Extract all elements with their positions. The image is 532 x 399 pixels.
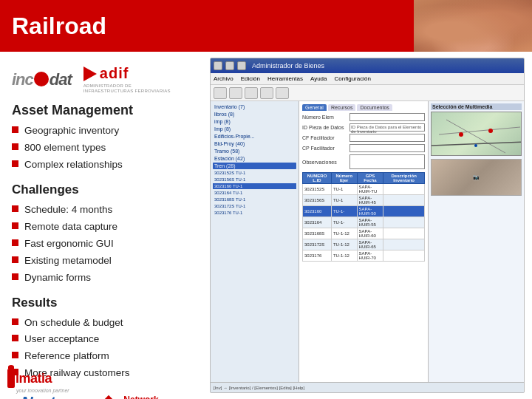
challenges-list: Schedule: 4 months Remote data capture F… bbox=[12, 203, 195, 284]
form-row-obs: Observaciones bbox=[302, 154, 425, 169]
network-rail-logo: Network Rail bbox=[92, 392, 164, 399]
list-item: Reference platform bbox=[12, 349, 195, 364]
statusbar-text: [Inv] → [Inventario] / [Elementos] [Edit… bbox=[214, 386, 304, 390]
form-label-cp: CP Facilitador bbox=[302, 146, 347, 151]
table-row[interactable]: 3023172STU-1-12SAPA-HUIR-65 bbox=[303, 239, 425, 250]
list-item: On schedule & budget bbox=[12, 316, 195, 330]
menu-herramientas[interactable]: Herramientas bbox=[267, 75, 303, 82]
adif-subtitle: ADMINISTRADOR DE INFRAESTRUCTURAS FERROV… bbox=[83, 83, 171, 94]
menu-configuracion[interactable]: Configuración bbox=[335, 75, 371, 82]
toolbar-btn-3[interactable] bbox=[245, 87, 258, 99]
bullet-icon bbox=[12, 352, 18, 358]
list-item: Fast ergonomic GUI bbox=[12, 237, 195, 251]
win-statusbar: [Inv] → [Inventario] / [Elementos] [Edit… bbox=[211, 382, 524, 392]
table-row selected-row[interactable]: 3023160TU-1-SAPA-HUIR-50 bbox=[303, 206, 425, 217]
incodat-o bbox=[34, 72, 49, 86]
page-title: Railroad bbox=[12, 13, 106, 40]
adif-logo: adif ADMINISTRADOR DE INFRAESTRUCTURAS F… bbox=[83, 65, 171, 94]
form-input-cf[interactable] bbox=[349, 134, 425, 142]
table-row[interactable]: 3023164TU-1-SAPA-HUIR-55 bbox=[303, 217, 425, 228]
list-item: Complex relationships bbox=[12, 158, 195, 172]
form-input-obs[interactable] bbox=[349, 154, 425, 169]
screenshot-container: Administrador de Bienes Archivo Edición … bbox=[210, 58, 525, 393]
list-item: Geographic inventory bbox=[12, 124, 195, 138]
form-row-cf: CF Facilitador bbox=[302, 134, 425, 142]
toolbar-btn-1[interactable] bbox=[214, 87, 227, 99]
sidebar-item-estacion[interactable]: Estación (42) bbox=[213, 155, 296, 162]
bullet-icon bbox=[12, 239, 18, 246]
form-label-numero: Número Elem bbox=[302, 115, 347, 120]
svg-point-3 bbox=[459, 132, 463, 137]
nr-diamond-1 bbox=[104, 395, 114, 399]
map-lines bbox=[432, 112, 521, 155]
incodat-logo: incdat bbox=[12, 66, 72, 94]
asset-management-list: Geographic inventory 800 element types C… bbox=[12, 124, 195, 172]
list-item: User acceptance bbox=[12, 332, 195, 347]
form-input-id[interactable]: ID Pieza de Datos para el Elemento de In… bbox=[349, 123, 425, 132]
list-item: Dynamic forms bbox=[12, 271, 195, 285]
sidebar-item-extra7[interactable]: 3023176 TU-1 bbox=[213, 210, 296, 216]
sidebar-item-lib[interactable]: libros (8) bbox=[213, 111, 296, 117]
form-label-id: ID Pieza de Datos bbox=[302, 125, 347, 130]
toolbar-btn-2[interactable] bbox=[229, 87, 242, 99]
form-input-numero[interactable] bbox=[349, 113, 425, 121]
win-right-panel: Selección de Multimedia bbox=[428, 101, 524, 382]
svg-line-0 bbox=[439, 127, 520, 134]
win-menubar: Archivo Edición Herramientas Ayuda Confi… bbox=[211, 73, 524, 85]
sidebar-item-tramo[interactable]: Tramo (58) bbox=[213, 148, 296, 154]
win-min-btn[interactable] bbox=[225, 61, 234, 70]
sidebar-item-inv[interactable]: Inventario (7) bbox=[213, 103, 296, 110]
bullet-icon bbox=[12, 256, 18, 263]
sidebar-item-imp1[interactable]: imp (8) bbox=[213, 118, 296, 125]
tab-recursos[interactable]: Recursos bbox=[328, 104, 356, 111]
bullet-icon bbox=[12, 126, 18, 133]
svg-line-1 bbox=[446, 120, 505, 153]
imatia-tagline: your innovation partner bbox=[16, 388, 69, 393]
table-row[interactable]: 3023168STU-1-12SAPA-HUIR-60 bbox=[303, 228, 425, 239]
bullet-icon bbox=[12, 222, 18, 229]
win-title: Administrador de Bienes bbox=[252, 62, 521, 69]
win-close-btn[interactable] bbox=[214, 61, 222, 70]
sidebar-item-extra5[interactable]: 3023168S TU-1 bbox=[213, 197, 296, 202]
list-item: Existing metamodel bbox=[12, 254, 195, 268]
menu-archivo[interactable]: Archivo bbox=[214, 75, 233, 82]
tab-general[interactable]: General bbox=[302, 104, 327, 111]
menu-edicion[interactable]: Edición bbox=[241, 75, 260, 82]
bullet-icon bbox=[12, 273, 18, 280]
table-row[interactable]: 3023156STU-1SAPA-HUIR-45 bbox=[303, 195, 425, 206]
adif-arrow-icon bbox=[83, 66, 97, 81]
asset-management-title: Asset Management bbox=[12, 103, 195, 118]
sidebar-item-extra3[interactable]: 3023160 TU-1 bbox=[213, 183, 296, 189]
sidebar-item-bld[interactable]: Bld-Proy (40) bbox=[213, 140, 296, 147]
bullet-icon bbox=[12, 143, 18, 150]
sidebar-item-tren[interactable]: Tren (28) bbox=[213, 163, 296, 169]
right-panel: Administrador de Bienes Archivo Edición … bbox=[207, 52, 532, 399]
form-row-id: ID Pieza de Datos ID Pieza de Datos para… bbox=[302, 123, 425, 132]
form-label-cf: CF Facilitador bbox=[302, 135, 347, 140]
toolbar-btn-5[interactable] bbox=[276, 87, 289, 99]
bullet-icon bbox=[12, 205, 18, 212]
sidebar-item-extra4[interactable]: 3023164 TU-1 bbox=[213, 190, 296, 196]
svg-point-5 bbox=[474, 144, 477, 147]
sidebar-item-extra6[interactable]: 3023172S TU-1 bbox=[213, 203, 296, 209]
col-header-desc: Descripción Inventario bbox=[383, 173, 425, 184]
bullet-icon bbox=[12, 160, 18, 167]
sidebar-item-extra2[interactable]: 3023156S TU-1 bbox=[213, 177, 296, 183]
menu-ayuda[interactable]: Ayuda bbox=[310, 75, 327, 82]
list-item: Remote data capture bbox=[12, 220, 195, 234]
sidebar-item-extra1[interactable]: 3023152S TU-1 bbox=[213, 170, 296, 176]
win-photo: 📷 bbox=[431, 159, 522, 196]
form-row-cp: CP Facilitador bbox=[302, 144, 425, 152]
form-label-obs: Observaciones bbox=[302, 160, 347, 165]
table-row[interactable]: 3023176TU-1-12SAPA-HUIR-70 bbox=[303, 250, 425, 262]
form-input-cp[interactable] bbox=[349, 144, 425, 152]
sidebar-item-edif[interactable]: Edificios-Propie... bbox=[213, 133, 296, 140]
tab-documentos[interactable]: Documentos bbox=[357, 104, 392, 111]
toolbar-btn-4[interactable] bbox=[260, 87, 273, 99]
adif-text: adif bbox=[100, 65, 129, 82]
sidebar-item-imp2[interactable]: Imp (8) bbox=[213, 126, 296, 132]
win-map bbox=[431, 112, 522, 156]
win-max-btn[interactable] bbox=[237, 61, 246, 70]
table-row[interactable]: 3023152STU-1SAPA-HUIR-TU bbox=[303, 184, 425, 195]
col-header-gps: GPS Fecha bbox=[357, 173, 383, 184]
